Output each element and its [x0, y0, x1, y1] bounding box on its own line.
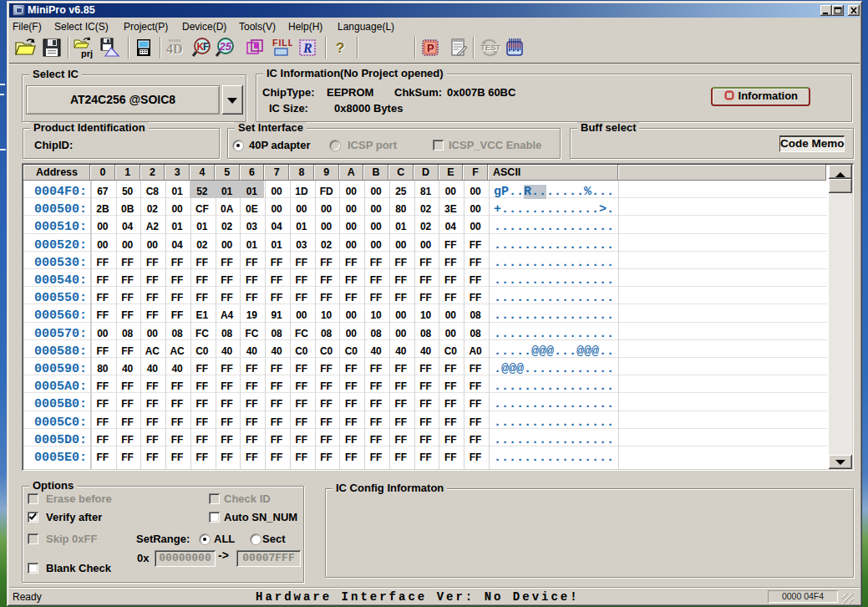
svg-text:25: 25 [219, 40, 232, 53]
svg-text:?: ? [336, 40, 344, 56]
svg-text:F: F [203, 41, 209, 53]
svg-text:4D: 4D [166, 42, 183, 56]
svg-text:TEST: TEST [480, 43, 500, 52]
svg-text:P: P [427, 42, 434, 54]
svg-text:prj: prj [81, 48, 93, 59]
svg-text:FILL: FILL [272, 38, 292, 48]
svg-text:R: R [302, 41, 312, 55]
